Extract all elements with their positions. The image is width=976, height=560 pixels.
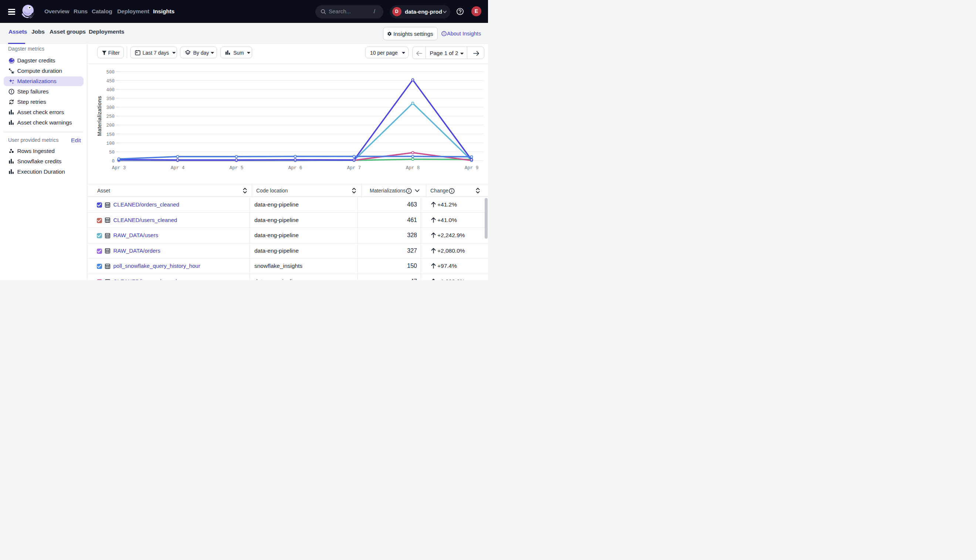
svg-text:Apr 8: Apr 8 [406, 165, 420, 171]
svg-text:350: 350 [106, 97, 115, 102]
svg-text:150: 150 [106, 132, 115, 137]
svg-text:Apr 7: Apr 7 [347, 165, 361, 171]
svg-text:450: 450 [106, 79, 115, 84]
svg-text:200: 200 [106, 123, 115, 128]
svg-text:Apr 4: Apr 4 [171, 165, 185, 171]
svg-text:100: 100 [106, 141, 115, 146]
svg-text:50: 50 [109, 150, 115, 155]
svg-text:Apr 6: Apr 6 [288, 165, 302, 171]
svg-text:500: 500 [106, 70, 115, 75]
svg-text:250: 250 [106, 114, 115, 119]
svg-text:Apr 9: Apr 9 [465, 165, 479, 171]
svg-text:Apr 3: Apr 3 [112, 165, 126, 171]
svg-text:Apr 5: Apr 5 [230, 165, 244, 171]
svg-text:300: 300 [106, 105, 115, 110]
svg-text:0: 0 [112, 159, 115, 164]
svg-text:400: 400 [106, 88, 115, 93]
svg-text:Materializations: Materializations [97, 96, 102, 136]
